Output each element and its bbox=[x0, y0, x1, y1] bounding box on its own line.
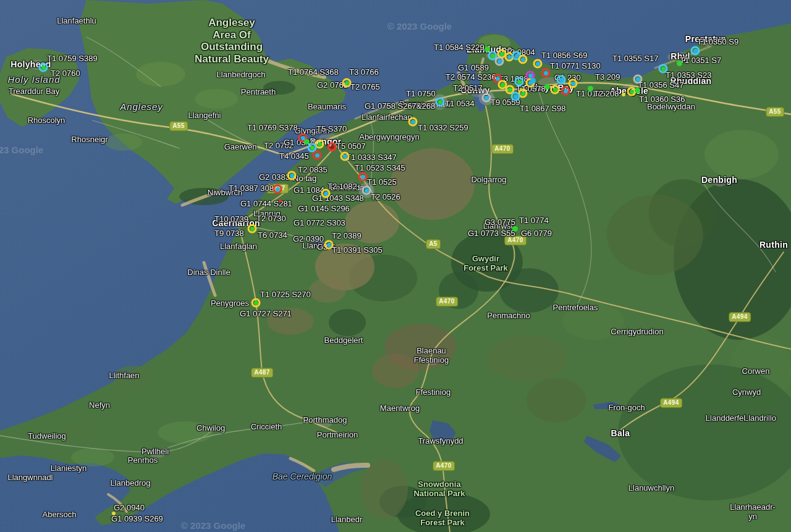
marker-dot bbox=[112, 512, 116, 515]
map-marker[interactable] bbox=[515, 77, 524, 87]
marker-dot bbox=[512, 226, 518, 232]
marker-dot bbox=[528, 74, 533, 78]
marker-dot bbox=[544, 71, 548, 75]
map-marker[interactable] bbox=[677, 61, 682, 66]
marker-dot bbox=[544, 84, 550, 90]
marker-dot bbox=[315, 153, 319, 158]
map-marker[interactable] bbox=[248, 224, 257, 234]
marker-dot bbox=[491, 54, 495, 58]
map-marker[interactable] bbox=[39, 63, 48, 72]
marker-dot bbox=[310, 146, 315, 150]
marker-dot bbox=[500, 52, 504, 56]
marker-dot bbox=[345, 81, 349, 85]
marker-dot bbox=[571, 82, 575, 86]
marker-dot bbox=[279, 199, 282, 202]
map-marker[interactable] bbox=[588, 86, 593, 91]
map-marker[interactable] bbox=[511, 92, 520, 101]
marker-dot bbox=[588, 86, 593, 91]
marker-dot bbox=[677, 61, 682, 66]
marker-dot bbox=[514, 95, 518, 99]
marker-dot bbox=[517, 80, 522, 84]
marker-dot bbox=[530, 78, 536, 83]
marker-dot bbox=[559, 78, 564, 82]
marker-dot bbox=[343, 154, 347, 159]
marker-dot bbox=[501, 83, 505, 87]
marker-dot bbox=[365, 188, 369, 193]
marker-dot bbox=[411, 120, 415, 124]
marker-dot bbox=[508, 88, 512, 92]
marker-dot bbox=[318, 142, 322, 146]
marker-dot bbox=[661, 67, 666, 71]
marker-dot bbox=[564, 89, 568, 93]
marker-dot bbox=[507, 55, 512, 59]
marker-dot bbox=[630, 90, 634, 94]
map-marker[interactable] bbox=[533, 59, 543, 69]
map-marker[interactable] bbox=[279, 199, 282, 202]
marker-dot bbox=[304, 139, 310, 145]
marker-dot bbox=[361, 175, 365, 179]
marker-dot bbox=[324, 192, 328, 196]
map-marker[interactable] bbox=[530, 78, 536, 83]
map-marker[interactable] bbox=[273, 185, 282, 194]
marker-dot bbox=[250, 227, 255, 231]
map-marker[interactable] bbox=[436, 98, 445, 107]
marker-dot bbox=[290, 174, 294, 178]
map-marker[interactable] bbox=[484, 46, 490, 52]
marker-dot bbox=[276, 187, 280, 192]
marker-dot bbox=[327, 243, 331, 247]
marker-dot bbox=[438, 100, 442, 104]
map-marker[interactable] bbox=[633, 75, 643, 84]
marker-dot bbox=[41, 65, 46, 70]
map-marker[interactable] bbox=[557, 75, 566, 85]
map-marker[interactable] bbox=[622, 93, 625, 96]
map-marker[interactable] bbox=[541, 69, 551, 78]
map-marker[interactable] bbox=[482, 93, 491, 103]
map-marker[interactable] bbox=[321, 189, 331, 198]
satellite-terrain bbox=[0, 0, 791, 532]
marker-dot bbox=[484, 96, 489, 100]
marker-dot bbox=[330, 145, 334, 150]
marker-dot bbox=[521, 91, 525, 96]
map-marker[interactable] bbox=[341, 152, 350, 161]
marker-dot bbox=[496, 77, 500, 81]
map-marker[interactable] bbox=[342, 78, 352, 88]
map-marker[interactable] bbox=[362, 186, 371, 195]
map-marker[interactable] bbox=[112, 512, 116, 515]
map-marker[interactable] bbox=[512, 226, 518, 232]
map-marker[interactable] bbox=[408, 117, 418, 127]
map-marker[interactable] bbox=[495, 57, 504, 66]
map-marker[interactable] bbox=[569, 79, 578, 88]
marker-dot bbox=[622, 93, 625, 96]
marker-dot bbox=[484, 46, 490, 52]
map-marker[interactable] bbox=[358, 172, 368, 182]
marker-dot bbox=[497, 59, 502, 64]
marker-dot bbox=[636, 77, 640, 82]
map-marker[interactable] bbox=[252, 298, 261, 308]
marker-dot bbox=[521, 57, 525, 62]
marker-dot bbox=[536, 62, 540, 66]
map-marker[interactable] bbox=[659, 64, 668, 74]
marker-dot bbox=[693, 49, 698, 53]
map-marker[interactable] bbox=[544, 84, 550, 90]
map-marker[interactable] bbox=[551, 85, 560, 95]
map-marker[interactable] bbox=[324, 240, 334, 250]
map-marker[interactable] bbox=[635, 88, 640, 93]
map-marker[interactable] bbox=[313, 151, 322, 160]
map-marker[interactable] bbox=[691, 46, 700, 56]
marker-dot bbox=[635, 88, 640, 93]
marker-dot bbox=[553, 88, 557, 92]
map-marker[interactable] bbox=[518, 55, 528, 64]
map-marker[interactable] bbox=[328, 143, 337, 152]
map-marker[interactable] bbox=[304, 139, 310, 145]
map-marker[interactable] bbox=[561, 87, 570, 96]
marker-dot bbox=[254, 301, 258, 305]
map-canvas[interactable]: © 2023 Google© 2023 Google© 2023 Google … bbox=[0, 0, 791, 532]
map-marker[interactable] bbox=[287, 171, 297, 180]
